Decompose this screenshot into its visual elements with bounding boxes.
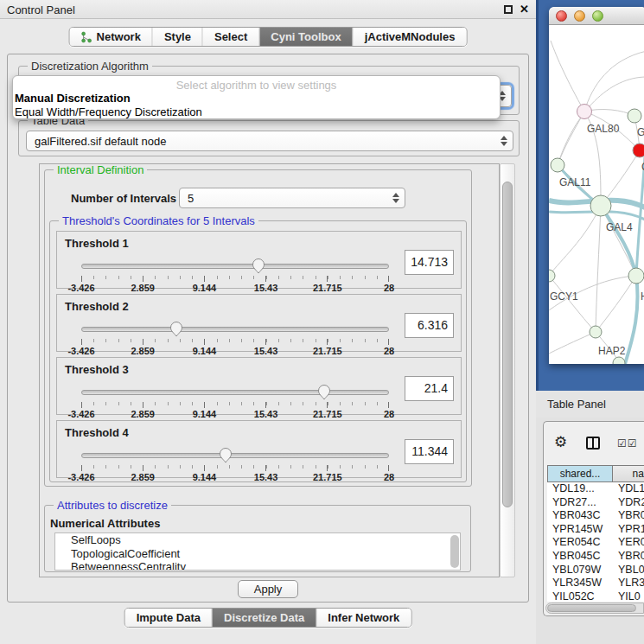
- network-view-frame: GAL80 GA C GAL11 GAL4 GCY1 H HAP2: [536, 0, 644, 391]
- tick-label: 2.859: [131, 283, 155, 293]
- list-scrollbar-thumb[interactable]: [450, 535, 459, 568]
- gear-icon[interactable]: ⚙: [554, 433, 567, 451]
- settings-scrollbar-thumb[interactable]: [502, 182, 513, 507]
- tick-label: 9.144: [193, 346, 217, 356]
- tab-network[interactable]: Network: [70, 28, 153, 46]
- cell-name[interactable]: YDL1: [613, 482, 644, 496]
- node-gal80[interactable]: [577, 105, 592, 119]
- number-of-intervals-combo[interactable]: 5: [179, 188, 405, 208]
- threshold-value-field[interactable]: 14.713: [405, 250, 454, 275]
- network-canvas[interactable]: GAL80 GA C GAL11 GAL4 GCY1 H HAP2: [549, 25, 644, 364]
- tab-style[interactable]: Style: [153, 28, 203, 46]
- threshold-slider-track[interactable]: [81, 390, 389, 395]
- attribute-list-item[interactable]: BetweennessCentrality: [55, 560, 460, 571]
- table-body[interactable]: YDL19...YDL1YDR27...YDR2YBR043CYBR0YPR14…: [547, 482, 644, 602]
- slider-ticks: [81, 276, 389, 282]
- tab-cyni-toolbox[interactable]: Cyni Toolbox: [259, 28, 353, 46]
- tab-select[interactable]: Select: [203, 28, 259, 46]
- minimize-traffic-light-icon[interactable]: [574, 10, 585, 22]
- node-gal11[interactable]: [551, 158, 564, 172]
- threshold-slider-thumb[interactable]: [219, 447, 233, 463]
- threshold-label: Threshold 1: [65, 237, 129, 250]
- node-hap2[interactable]: [590, 326, 602, 338]
- tick-label: 21.715: [313, 283, 342, 293]
- table-hscrollbar-thumb[interactable]: [547, 604, 636, 612]
- cell-name[interactable]: YBR0: [613, 550, 644, 564]
- node-gal4[interactable]: [590, 195, 611, 216]
- popup-option-manual-discretization[interactable]: Manual Discretization: [15, 92, 131, 105]
- attribute-list-item[interactable]: SelfLoops: [55, 533, 460, 547]
- column-header-name[interactable]: name: [613, 465, 644, 482]
- interval-definition-group: Interval Definition Number of Intervals …: [44, 169, 472, 487]
- tab-discretize-data[interactable]: Discretize Data: [213, 609, 316, 627]
- cell-name[interactable]: YLR3: [613, 577, 644, 590]
- cell-shared-name[interactable]: YBR043C: [547, 509, 613, 523]
- tab-infer-network[interactable]: Infer Network: [316, 609, 411, 627]
- threshold-slider-track[interactable]: [81, 327, 389, 332]
- slider-ticks: [81, 402, 389, 408]
- cell-shared-name[interactable]: YBR045C: [547, 550, 613, 564]
- slider-tick-labels: -3.4262.8599.14415.4321.71528: [81, 346, 389, 356]
- table-row[interactable]: YLR345WYLR3: [547, 577, 644, 590]
- table-row[interactable]: YIL052CYIL0: [547, 590, 644, 602]
- threshold-slider-track[interactable]: [81, 264, 389, 269]
- cell-name[interactable]: YPR1: [613, 523, 644, 537]
- slider-tick-labels: -3.4262.8599.14415.4321.71528: [81, 472, 389, 482]
- threshold-slider-thumb[interactable]: [169, 321, 183, 337]
- cell-shared-name[interactable]: YLR345W: [547, 577, 613, 590]
- threshold-value-field[interactable]: 6.316: [405, 313, 454, 338]
- apply-button[interactable]: Apply: [238, 580, 298, 598]
- cell-shared-name[interactable]: YPR145W: [547, 523, 613, 537]
- popup-option-equal-width-frequency[interactable]: Equal Width/Frequency Discretization: [15, 105, 202, 118]
- cell-name[interactable]: YBL0: [613, 564, 644, 577]
- node-red-selected[interactable]: [633, 143, 644, 157]
- table-data-combo[interactable]: galFiltered.sif default node: [26, 131, 513, 151]
- column-header-shared[interactable]: shared...: [547, 465, 613, 482]
- table-row[interactable]: YBL079WYBL0: [547, 564, 644, 577]
- tab-jactivemnodules[interactable]: jActiveMNodules: [354, 28, 467, 46]
- table-row[interactable]: YPR145WYPR1: [547, 523, 644, 537]
- node-partial-top-right[interactable]: [628, 109, 641, 123]
- table-data-group: Table Data galFiltered.sif default node: [18, 120, 520, 156]
- tick-label: 21.715: [313, 472, 342, 482]
- cell-shared-name[interactable]: YDL19...: [547, 482, 613, 496]
- close-traffic-light-icon[interactable]: [556, 10, 567, 22]
- table-row[interactable]: YDL19...YDL1: [547, 482, 644, 496]
- tab-impute-data[interactable]: Impute Data: [125, 609, 213, 627]
- table-data-combo-value: galFiltered.sif default node: [35, 135, 166, 148]
- node-gcy1[interactable]: [549, 270, 555, 282]
- cell-shared-name[interactable]: YBL079W: [547, 564, 613, 577]
- cell-name[interactable]: YIL0: [613, 590, 644, 602]
- table-horizontal-scrollbar[interactable]: [545, 603, 644, 614]
- threshold-slider-thumb[interactable]: [317, 384, 331, 400]
- table-row[interactable]: YDR27...YDR2: [547, 496, 644, 510]
- cell-name[interactable]: YDR2: [613, 496, 644, 510]
- cell-shared-name[interactable]: YDR27...: [547, 496, 613, 510]
- settings-scrollbar[interactable]: [500, 163, 515, 577]
- right-column: GAL80 GA C GAL11 GAL4 GCY1 H HAP2 Table …: [536, 0, 644, 644]
- node-partial-bottom[interactable]: [613, 357, 625, 364]
- table-row[interactable]: YER054CYER0: [547, 536, 644, 550]
- checkboxes-icon[interactable]: ☑☑: [617, 437, 638, 450]
- node-partial-low-right[interactable]: [628, 268, 644, 284]
- numerical-attributes-list[interactable]: SelfLoopsTopologicalCoefficientBetweenne…: [54, 532, 461, 571]
- threshold-slider-track[interactable]: [81, 453, 389, 458]
- network-window: GAL80 GA C GAL11 GAL4 GCY1 H HAP2: [549, 7, 644, 364]
- attribute-list-item[interactable]: TopologicalCoefficient: [55, 547, 460, 561]
- cell-name[interactable]: YBR0: [613, 509, 644, 523]
- split-table-icon[interactable]: [586, 437, 600, 450]
- threshold-value-field[interactable]: 11.344: [405, 439, 454, 464]
- threshold-slider-thumb[interactable]: [252, 258, 265, 274]
- cell-shared-name[interactable]: YER054C: [547, 536, 613, 550]
- zoom-traffic-light-icon[interactable]: [592, 10, 603, 22]
- label-hap2: HAP2: [598, 345, 626, 357]
- table-row[interactable]: YBR045CYBR0: [547, 550, 644, 564]
- cell-name[interactable]: YER0: [613, 536, 644, 550]
- tick-label: -3.426: [67, 346, 94, 356]
- float-window-icon[interactable]: [504, 5, 513, 14]
- close-icon[interactable]: ✕: [520, 3, 529, 16]
- threshold-value-field[interactable]: 21.4: [405, 376, 454, 401]
- label-partial-top-right: GA: [637, 126, 644, 138]
- table-row[interactable]: YBR043CYBR0: [547, 509, 644, 523]
- cell-shared-name[interactable]: YIL052C: [547, 590, 613, 602]
